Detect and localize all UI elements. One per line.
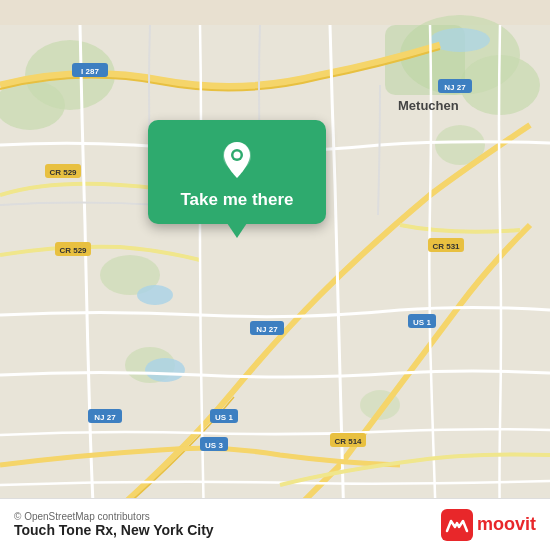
svg-text:NJ 27: NJ 27 [444,83,466,92]
take-me-there-label[interactable]: Take me there [180,190,293,210]
svg-text:CR 531: CR 531 [432,242,460,251]
svg-text:CR 529: CR 529 [59,246,87,255]
moovit-logo: moovit [441,509,536,541]
map-container: I 287 I 287 [0,0,550,550]
svg-text:CR 514: CR 514 [334,437,362,446]
svg-text:US 1: US 1 [215,413,233,422]
popup-card[interactable]: Take me there [148,120,326,224]
copyright-text: © OpenStreetMap contributors [14,511,214,522]
svg-point-11 [145,358,185,382]
svg-text:CR 529: CR 529 [49,168,77,177]
svg-text:US 1: US 1 [413,318,431,327]
svg-text:Metuchen: Metuchen [398,98,459,113]
bottom-bar: © OpenStreetMap contributors Touch Tone … [0,498,550,550]
svg-text:NJ 27: NJ 27 [256,325,278,334]
location-pin-icon [215,138,259,182]
svg-point-10 [137,285,173,305]
location-name: Touch Tone Rx, New York City [14,522,214,538]
moovit-icon [441,509,473,541]
bottom-left-info: © OpenStreetMap contributors Touch Tone … [14,511,214,538]
svg-text:US 3: US 3 [205,441,223,450]
svg-text:I 287: I 287 [81,67,99,76]
svg-text:NJ 27: NJ 27 [94,413,116,422]
moovit-text: moovit [477,514,536,535]
svg-point-40 [234,152,241,159]
